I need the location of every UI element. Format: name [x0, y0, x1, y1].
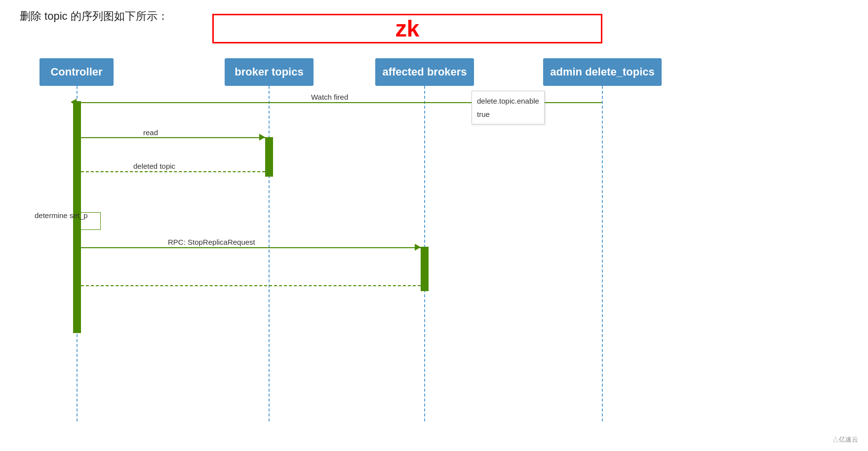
tooltip-box: delete.topic.enable true: [472, 91, 545, 124]
actor-broker-topics: broker topics: [225, 58, 314, 86]
arrowhead-rpc: [415, 244, 421, 251]
label-read: read: [143, 128, 158, 137]
arrowhead-read: [259, 134, 265, 141]
activation-broker-topics: [265, 137, 273, 177]
arrowhead-self-loop: [73, 226, 79, 233]
actor-affected-brokers: affected brokers: [375, 58, 474, 86]
watermark: △亿速云: [832, 435, 858, 444]
arrowhead-deleted-topic: [75, 168, 81, 175]
label-deleted-topic: deleted topic: [133, 162, 175, 170]
arrowhead-watch-fired: [71, 99, 77, 106]
tooltip-value: true: [477, 108, 539, 121]
arrow-rpc: [81, 247, 421, 248]
activation-affected-brokers: [421, 247, 429, 291]
arrow-read: [81, 137, 265, 138]
lifeline-admin: [602, 86, 603, 421]
actor-admin: admin delete_topics: [543, 58, 662, 86]
tooltip-key: delete.topic.enable: [477, 94, 539, 108]
label-rpc: RPC: StopReplicaRequest: [168, 238, 255, 246]
zk-box: zk: [212, 14, 602, 43]
page-title: 删除 topic 的序列图如下所示：: [20, 9, 168, 24]
actor-controller: Controller: [39, 58, 114, 86]
lifeline-broker-topics: [269, 86, 270, 421]
zk-label: zk: [395, 15, 420, 42]
arrow-response: [81, 285, 421, 286]
arrow-deleted-topic: [81, 171, 265, 172]
label-self-loop: determine set_p: [35, 211, 88, 220]
label-watch-fired: Watch fired: [311, 93, 348, 101]
arrowhead-response: [75, 282, 81, 289]
